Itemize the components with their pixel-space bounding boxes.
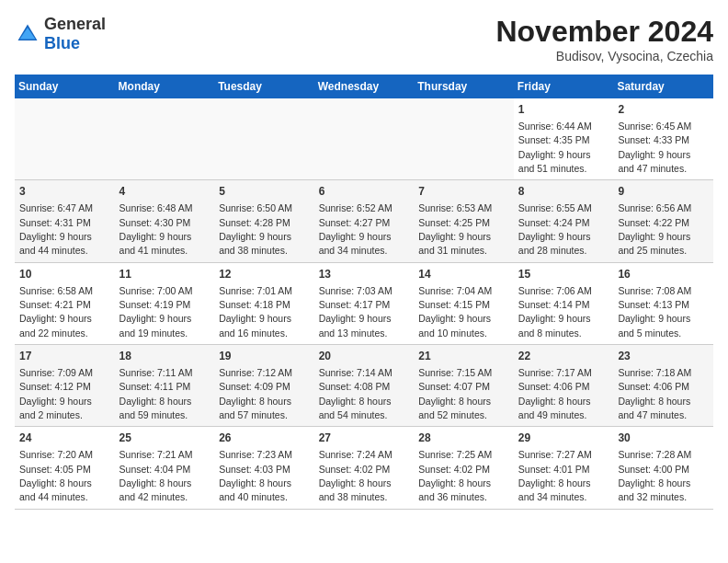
- day-cell: 14Sunrise: 7:04 AM Sunset: 4:15 PM Dayli…: [414, 262, 514, 344]
- day-number: 12: [219, 267, 310, 282]
- day-cell: 17Sunrise: 7:09 AM Sunset: 4:12 PM Dayli…: [15, 345, 115, 427]
- day-number: 9: [618, 184, 709, 200]
- day-detail: Sunrise: 6:56 AM Sunset: 4:22 PM Dayligh…: [618, 202, 691, 256]
- day-number: 16: [618, 267, 709, 282]
- logo-text: General Blue: [44, 15, 106, 53]
- day-cell: 4Sunrise: 6:48 AM Sunset: 4:30 PM Daylig…: [115, 180, 215, 262]
- day-detail: Sunrise: 6:52 AM Sunset: 4:27 PM Dayligh…: [319, 202, 392, 256]
- week-row-0: 1Sunrise: 6:44 AM Sunset: 4:35 PM Daylig…: [15, 98, 713, 180]
- day-cell: 2Sunrise: 6:45 AM Sunset: 4:33 PM Daylig…: [613, 98, 713, 180]
- day-cell: 19Sunrise: 7:12 AM Sunset: 4:09 PM Dayli…: [214, 345, 314, 427]
- header-day-thursday: Thursday: [414, 75, 514, 98]
- day-number: 19: [219, 349, 310, 364]
- day-cell: 8Sunrise: 6:55 AM Sunset: 4:24 PM Daylig…: [514, 180, 614, 262]
- calendar-body: 1Sunrise: 6:44 AM Sunset: 4:35 PM Daylig…: [15, 98, 713, 509]
- day-number: 13: [319, 267, 410, 282]
- day-cell: 25Sunrise: 7:21 AM Sunset: 4:04 PM Dayli…: [115, 427, 215, 509]
- day-cell: 27Sunrise: 7:24 AM Sunset: 4:02 PM Dayli…: [314, 427, 415, 509]
- day-detail: Sunrise: 7:28 AM Sunset: 4:00 PM Dayligh…: [618, 449, 691, 502]
- day-cell: 28Sunrise: 7:25 AM Sunset: 4:02 PM Dayli…: [414, 427, 514, 509]
- header-day-monday: Monday: [115, 75, 215, 98]
- day-detail: Sunrise: 7:18 AM Sunset: 4:06 PM Dayligh…: [618, 367, 691, 420]
- header-day-saturday: Saturday: [613, 75, 713, 98]
- header-day-friday: Friday: [514, 75, 614, 98]
- day-cell: 20Sunrise: 7:14 AM Sunset: 4:08 PM Dayli…: [314, 345, 415, 427]
- day-number: 10: [19, 267, 110, 282]
- day-detail: Sunrise: 7:06 AM Sunset: 4:14 PM Dayligh…: [518, 285, 592, 339]
- day-detail: Sunrise: 7:08 AM Sunset: 4:13 PM Dayligh…: [618, 285, 691, 339]
- day-detail: Sunrise: 7:20 AM Sunset: 4:05 PM Dayligh…: [19, 449, 93, 502]
- day-number: 23: [618, 349, 709, 364]
- day-number: 18: [119, 349, 210, 364]
- day-detail: Sunrise: 7:24 AM Sunset: 4:02 PM Dayligh…: [319, 449, 392, 502]
- logo-general: General: [44, 15, 106, 33]
- day-detail: Sunrise: 7:14 AM Sunset: 4:08 PM Dayligh…: [319, 367, 392, 420]
- day-cell: 10Sunrise: 6:58 AM Sunset: 4:21 PM Dayli…: [15, 262, 115, 344]
- day-cell: 11Sunrise: 7:00 AM Sunset: 4:19 PM Dayli…: [115, 262, 215, 344]
- day-cell: 5Sunrise: 6:50 AM Sunset: 4:28 PM Daylig…: [214, 180, 314, 262]
- day-detail: Sunrise: 6:58 AM Sunset: 4:21 PM Dayligh…: [19, 285, 93, 339]
- day-cell: 6Sunrise: 6:52 AM Sunset: 4:27 PM Daylig…: [314, 180, 415, 262]
- day-detail: Sunrise: 7:01 AM Sunset: 4:18 PM Dayligh…: [219, 285, 292, 339]
- header: General Blue November 2024 Budisov, Vyso…: [15, 15, 713, 63]
- day-number: 5: [219, 184, 310, 200]
- day-detail: Sunrise: 6:53 AM Sunset: 4:25 PM Dayligh…: [418, 202, 492, 256]
- day-detail: Sunrise: 6:44 AM Sunset: 4:35 PM Dayligh…: [518, 121, 592, 174]
- day-number: 20: [319, 349, 410, 364]
- day-detail: Sunrise: 7:17 AM Sunset: 4:06 PM Dayligh…: [518, 367, 592, 420]
- logo-icon: [15, 21, 40, 47]
- day-detail: Sunrise: 6:45 AM Sunset: 4:33 PM Dayligh…: [618, 121, 691, 174]
- day-number: 22: [518, 349, 609, 364]
- day-number: 11: [119, 267, 210, 282]
- day-detail: Sunrise: 7:15 AM Sunset: 4:07 PM Dayligh…: [418, 367, 492, 420]
- day-cell: 18Sunrise: 7:11 AM Sunset: 4:11 PM Dayli…: [115, 345, 215, 427]
- day-cell: [15, 98, 115, 180]
- day-detail: Sunrise: 7:27 AM Sunset: 4:01 PM Dayligh…: [518, 449, 592, 502]
- day-number: 28: [418, 431, 509, 446]
- week-row-1: 3Sunrise: 6:47 AM Sunset: 4:31 PM Daylig…: [15, 180, 713, 262]
- day-number: 4: [119, 184, 210, 200]
- day-detail: Sunrise: 7:23 AM Sunset: 4:03 PM Dayligh…: [219, 449, 292, 502]
- day-cell: [214, 98, 314, 180]
- day-cell: [414, 98, 514, 180]
- day-number: 21: [418, 349, 509, 364]
- day-detail: Sunrise: 7:11 AM Sunset: 4:11 PM Dayligh…: [119, 367, 193, 420]
- day-cell: 7Sunrise: 6:53 AM Sunset: 4:25 PM Daylig…: [414, 180, 514, 262]
- day-number: 30: [618, 431, 709, 446]
- calendar-table: SundayMondayTuesdayWednesdayThursdayFrid…: [15, 75, 713, 510]
- day-cell: 15Sunrise: 7:06 AM Sunset: 4:14 PM Dayli…: [514, 262, 614, 344]
- day-number: 3: [19, 184, 110, 200]
- day-cell: 3Sunrise: 6:47 AM Sunset: 4:31 PM Daylig…: [15, 180, 115, 262]
- logo-blue: Blue: [44, 34, 80, 52]
- day-number: 7: [418, 184, 509, 200]
- header-day-wednesday: Wednesday: [314, 75, 415, 98]
- week-row-4: 24Sunrise: 7:20 AM Sunset: 4:05 PM Dayli…: [15, 427, 713, 509]
- day-detail: Sunrise: 6:47 AM Sunset: 4:31 PM Dayligh…: [19, 202, 93, 256]
- day-number: 1: [518, 102, 609, 118]
- day-cell: 29Sunrise: 7:27 AM Sunset: 4:01 PM Dayli…: [514, 427, 614, 509]
- day-detail: Sunrise: 6:50 AM Sunset: 4:28 PM Dayligh…: [219, 202, 292, 256]
- day-number: 14: [418, 267, 509, 282]
- title-area: November 2024 Budisov, Vysocina, Czechia: [495, 15, 713, 63]
- day-detail: Sunrise: 6:48 AM Sunset: 4:30 PM Dayligh…: [119, 202, 193, 256]
- location: Budisov, Vysocina, Czechia: [495, 49, 713, 63]
- day-number: 2: [618, 102, 709, 118]
- day-number: 25: [119, 431, 210, 446]
- day-number: 27: [319, 431, 410, 446]
- header-row: SundayMondayTuesdayWednesdayThursdayFrid…: [15, 75, 713, 98]
- week-row-3: 17Sunrise: 7:09 AM Sunset: 4:12 PM Dayli…: [15, 345, 713, 427]
- day-cell: 21Sunrise: 7:15 AM Sunset: 4:07 PM Dayli…: [414, 345, 514, 427]
- day-number: 26: [219, 431, 310, 446]
- day-detail: Sunrise: 7:25 AM Sunset: 4:02 PM Dayligh…: [418, 449, 492, 502]
- logo: General Blue: [15, 15, 106, 53]
- day-number: 17: [19, 349, 110, 364]
- day-number: 8: [518, 184, 609, 200]
- day-number: 6: [319, 184, 410, 200]
- day-cell: 1Sunrise: 6:44 AM Sunset: 4:35 PM Daylig…: [514, 98, 614, 180]
- day-detail: Sunrise: 7:09 AM Sunset: 4:12 PM Dayligh…: [19, 367, 93, 420]
- day-cell: 24Sunrise: 7:20 AM Sunset: 4:05 PM Dayli…: [15, 427, 115, 509]
- day-number: 29: [518, 431, 609, 446]
- day-number: 24: [19, 431, 110, 446]
- day-cell: 16Sunrise: 7:08 AM Sunset: 4:13 PM Dayli…: [613, 262, 713, 344]
- header-day-tuesday: Tuesday: [214, 75, 314, 98]
